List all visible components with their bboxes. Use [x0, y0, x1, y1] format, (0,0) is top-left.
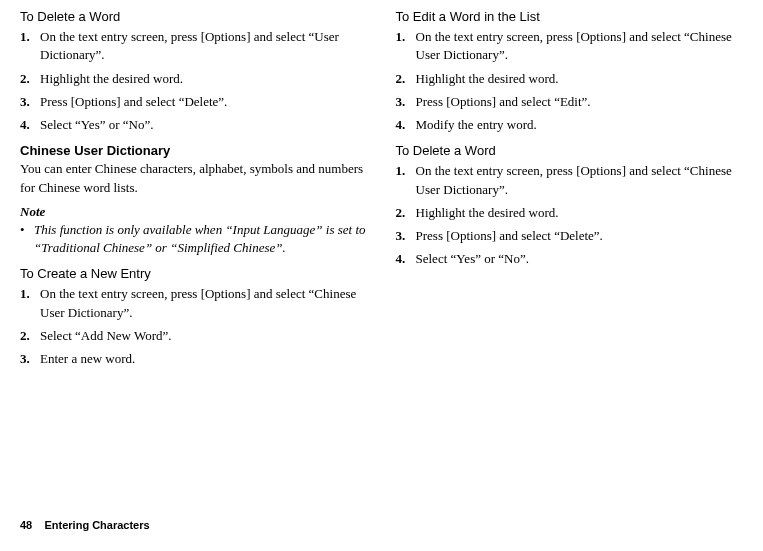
- cud-description: You can enter Chinese characters, alphab…: [20, 160, 368, 196]
- list-item: Select “Add New Word”.: [20, 327, 368, 345]
- note-text: This function is only available when “In…: [20, 221, 368, 257]
- page-number: 48: [20, 519, 32, 531]
- heading-edit-word: To Edit a Word in the List: [396, 8, 744, 26]
- list-item: On the text entry screen, press [Options…: [20, 285, 368, 321]
- right-column: To Edit a Word in the List On the text e…: [396, 8, 744, 376]
- list-item: Modify the entry word.: [396, 116, 744, 134]
- list-item: Select “Yes” or “No”.: [20, 116, 368, 134]
- list-item: Press [Options] and select “Edit”.: [396, 93, 744, 111]
- list-item: On the text entry screen, press [Options…: [396, 28, 744, 64]
- heading-delete-word-2: To Delete a Word: [396, 142, 744, 160]
- list-item: On the text entry screen, press [Options…: [20, 28, 368, 64]
- list-item: Highlight the desired word.: [20, 70, 368, 88]
- heading-delete-word: To Delete a Word: [20, 8, 368, 26]
- heading-chinese-user-dictionary: Chinese User Dictionary: [20, 142, 368, 160]
- create-entry-steps: On the text entry screen, press [Options…: [20, 285, 368, 368]
- edit-word-steps: On the text entry screen, press [Options…: [396, 28, 744, 134]
- list-item: Press [Options] and select “Delete”.: [396, 227, 744, 245]
- list-item: On the text entry screen, press [Options…: [396, 162, 744, 198]
- list-item: Highlight the desired word.: [396, 70, 744, 88]
- list-item: Select “Yes” or “No”.: [396, 250, 744, 268]
- list-item: Enter a new word.: [20, 350, 368, 368]
- page-footer: 48 Entering Characters: [20, 518, 150, 533]
- left-column: To Delete a Word On the text entry scree…: [20, 8, 368, 376]
- list-item: Highlight the desired word.: [396, 204, 744, 222]
- delete-word-steps: On the text entry screen, press [Options…: [20, 28, 368, 134]
- list-item: Press [Options] and select “Delete”.: [20, 93, 368, 111]
- heading-create-entry: To Create a New Entry: [20, 265, 368, 283]
- delete-word-steps-2: On the text entry screen, press [Options…: [396, 162, 744, 268]
- section-title: Entering Characters: [44, 519, 149, 531]
- note-label: Note: [20, 203, 368, 221]
